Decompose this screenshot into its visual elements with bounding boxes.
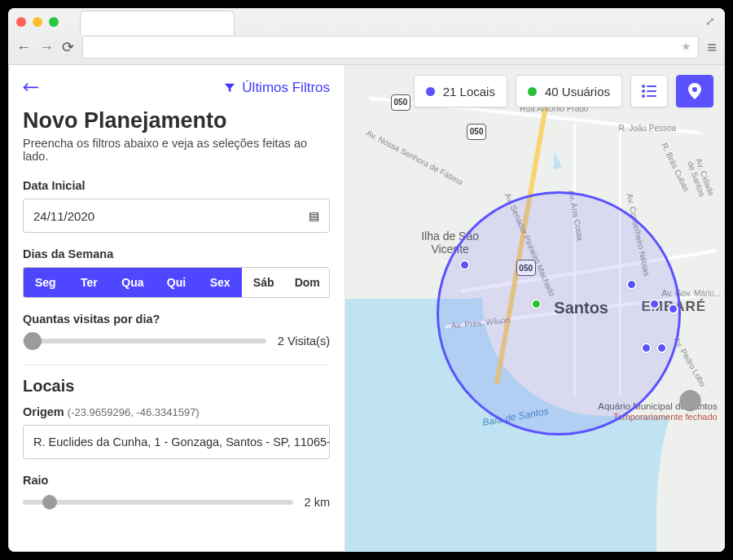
browser-menu-icon[interactable]: ≡ xyxy=(707,38,717,57)
route-shield: 050 xyxy=(391,94,410,111)
nav-forward-button[interactable]: → xyxy=(39,39,54,56)
radius-value: 2 km xyxy=(305,496,330,509)
window-maximize-button[interactable] xyxy=(49,17,59,27)
visits-label: Quantas visitas por dia? xyxy=(23,313,330,326)
filter-icon xyxy=(224,82,235,94)
window-minimize-button[interactable] xyxy=(33,17,42,27)
map-marker-local[interactable] xyxy=(649,299,660,309)
map-pin-icon xyxy=(688,83,701,99)
origin-input[interactable]: R. Euclides da Cunha, 1 - Gonzaga, Santo… xyxy=(23,425,330,459)
map-marker-local[interactable] xyxy=(626,279,637,290)
weekday-seg[interactable]: Seg xyxy=(24,268,68,297)
window-close-button[interactable] xyxy=(16,17,26,27)
back-button[interactable]: 🡐 xyxy=(23,78,39,97)
weekday-selector: Seg Ter Qua Qui Sex Sáb Dom xyxy=(23,267,330,298)
weekday-qua[interactable]: Qua xyxy=(111,268,155,297)
map-panel[interactable]: Rua Antonio Prado R. João Pessoa Av. Pre… xyxy=(345,65,725,552)
chip-locais[interactable]: 21 Locais xyxy=(414,75,507,107)
browser-tab[interactable] xyxy=(80,11,235,35)
weekday-qui[interactable]: Qui xyxy=(155,268,199,297)
radius-slider[interactable] xyxy=(23,493,293,511)
last-filters-label: Últimos Filtros xyxy=(242,80,330,96)
planning-sidebar: 🡐 Últimos Filtros Novo Planejamento Pree… xyxy=(8,65,345,552)
divider xyxy=(23,365,330,365)
places-section-title: Locais xyxy=(23,377,330,396)
weekdays-label: Dias da Semana xyxy=(23,247,330,260)
map-overlay-controls: 21 Locais 40 Usuários xyxy=(414,75,713,107)
view-list-button[interactable] xyxy=(630,75,668,107)
list-icon xyxy=(641,85,657,98)
nav-reload-button[interactable]: ⟳ xyxy=(62,38,74,56)
svg-point-4 xyxy=(642,94,645,98)
origin-coords: (-23.9659296, -46.3341597) xyxy=(68,406,200,418)
radius-circle xyxy=(437,191,681,435)
chip-usuarios[interactable]: 40 Usuários xyxy=(516,75,622,107)
view-map-button[interactable] xyxy=(676,75,713,107)
visits-value: 2 Visita(s) xyxy=(278,335,330,348)
weekday-dom[interactable]: Dom xyxy=(285,268,329,297)
svg-point-2 xyxy=(642,90,645,93)
page-title: Novo Planejamento xyxy=(23,108,330,133)
weekday-sab[interactable]: Sáb xyxy=(242,268,286,297)
nav-back-button[interactable]: ← xyxy=(16,39,31,56)
origin-value: R. Euclides da Cunha, 1 - Gonzaga, Santo… xyxy=(33,435,330,448)
page-subtitle: Preencha os filtros abaixo e veja as sel… xyxy=(23,137,330,163)
map-marker-local[interactable] xyxy=(656,343,667,353)
weekday-sex[interactable]: Sex xyxy=(198,268,242,297)
svg-point-0 xyxy=(642,85,645,88)
dot-icon xyxy=(426,87,435,96)
svg-rect-3 xyxy=(647,90,656,92)
last-filters-link[interactable]: Últimos Filtros xyxy=(224,80,330,96)
poi-pin-icon: ⬤ xyxy=(678,387,702,412)
origin-label: Origem (-23.9659296, -46.3341597) xyxy=(23,405,330,418)
svg-rect-1 xyxy=(647,85,656,87)
browser-chrome: ⤢ ← → ⟳ ≡ xyxy=(8,8,725,65)
dot-icon xyxy=(528,87,537,96)
route-shield: 050 xyxy=(467,124,486,140)
date-label: Data Inicial xyxy=(23,179,330,192)
visits-slider[interactable] xyxy=(23,332,266,350)
radius-label: Raio xyxy=(23,474,330,487)
browser-window: ⤢ ← → ⟳ ≡ 🡐 Últimos Filtros xyxy=(8,8,725,552)
date-input[interactable]: 24/11/2020 ▤ xyxy=(23,199,330,233)
weekday-ter[interactable]: Ter xyxy=(68,268,112,297)
address-bar[interactable] xyxy=(82,36,699,59)
fullscreen-icon[interactable]: ⤢ xyxy=(705,15,715,28)
calendar-icon: ▤ xyxy=(309,209,319,222)
svg-rect-5 xyxy=(647,95,656,97)
map-marker-local[interactable] xyxy=(459,260,470,270)
date-value: 24/11/2020 xyxy=(33,209,94,223)
